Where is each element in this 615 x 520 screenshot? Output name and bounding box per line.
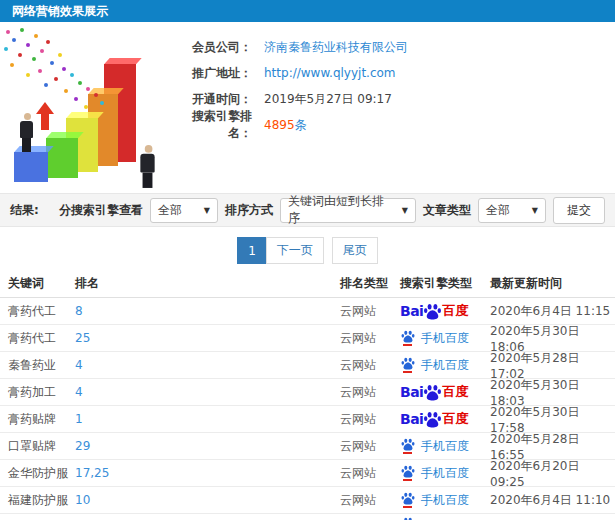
engine-select[interactable]: 全部 ▼ <box>150 198 218 223</box>
result-label: 结果: <box>10 202 39 219</box>
pagination: 1 下一页 尾页 <box>0 237 615 264</box>
rank-cell: 29 <box>75 439 340 453</box>
engine-cell: Bai百度 百度 <box>400 302 490 320</box>
keyword-cell: 口罩贴牌 <box>8 438 75 455</box>
table-row: 膏药贴牌 1 云网站 Bai百度 百度 2020年5月30日 17:58 <box>0 406 615 433</box>
promo-url-link[interactable]: http://www.qlyyjt.com <box>264 66 396 80</box>
open-time-label: 开通时间： <box>172 91 252 108</box>
column-header-updated: 最新更新时间 <box>490 275 615 292</box>
mobile-baidu-icon: 手机百度 <box>400 330 469 347</box>
keyword-cell: 膏药加工 <box>8 384 75 401</box>
member-company-label: 会员公司： <box>172 39 252 56</box>
keyword-ranking-table: 关键词 排名 排名类型 搜索引擎类型 最新更新时间 膏药代工 8 云网站 Bai… <box>0 270 615 520</box>
rank-cell: 10 <box>75 493 340 507</box>
column-header-rank-type: 排名类型 <box>340 275 400 292</box>
promo-url-label: 推广地址： <box>172 65 252 82</box>
page: 网络营销效果展示 会员公司： 济南秦鲁药业科技有限公司 推广地址： http:/… <box>0 0 615 520</box>
engine-select-value: 全部 <box>158 202 182 219</box>
up-arrow-icon <box>36 102 54 130</box>
chevron-down-icon: ▼ <box>204 206 210 215</box>
account-info-panel: 会员公司： 济南秦鲁药业科技有限公司 推广地址： http://www.qlyy… <box>172 34 608 138</box>
rank-cell: 8 <box>75 304 340 318</box>
bar-chart-illustration <box>0 26 170 188</box>
baidu-logo-icon: Bai百度 <box>400 383 468 401</box>
businessman-figure-right <box>140 145 154 188</box>
table-row: 膏药加工 4 云网站 Bai百度 百度 2020年5月30日 18:03 <box>0 379 615 406</box>
article-type-label: 文章类型 <box>423 202 471 219</box>
table-row: 福建防护服 10 云网站 Bai百度 手机百度 2020年6月4日 11:10 <box>0 487 615 514</box>
filter-controls: 分搜索引擎查看 全部 ▼ 排序方式 关键词由短到长排序 ▼ 文章类型 全部 ▼ … <box>59 197 605 224</box>
rank-type-cell: 云网站 <box>340 303 400 320</box>
illustration-bar-green <box>46 138 78 178</box>
keyword-cell: 秦鲁药业 <box>8 357 75 374</box>
chevron-down-icon: ▼ <box>402 206 408 215</box>
page-title: 网络营销效果展示 <box>0 0 615 22</box>
engine-cell: Bai百度 手机百度 <box>400 492 490 509</box>
engine-rank-count: 4895 <box>264 118 295 132</box>
chevron-down-icon: ▼ <box>532 206 538 215</box>
column-header-engine-type: 搜索引擎类型 <box>400 275 490 292</box>
baidu-logo-icon: Bai百度 <box>400 302 468 320</box>
engine-cell <box>400 514 490 520</box>
article-type-select-value: 全部 <box>486 202 510 219</box>
businessman-figure-left <box>20 113 33 152</box>
article-type-select[interactable]: 全部 ▼ <box>478 198 546 223</box>
sort-filter-label: 排序方式 <box>225 202 273 219</box>
filter-bar: 结果: 分搜索引擎查看 全部 ▼ 排序方式 关键词由短到长排序 ▼ 文章类型 全… <box>0 193 615 227</box>
engine-cell: Bai百度 手机百度 <box>400 438 490 455</box>
rank-cell: 17,25 <box>75 466 340 480</box>
column-header-rank: 排名 <box>75 275 340 292</box>
updated-cell: 2020年6月4日 11:15 <box>490 303 615 320</box>
rank-type-cell: 云网站 <box>340 492 400 509</box>
column-header-keyword: 关键词 <box>8 275 75 292</box>
rank-type-cell: 云网站 <box>340 465 400 482</box>
rank-cell: 4 <box>75 358 340 372</box>
keyword-cell: 膏药贴牌 <box>8 411 75 428</box>
table-row: 金华防护服 17,25 云网站 Bai百度 手机百度 2020年6月20日 09… <box>0 460 615 487</box>
keyword-cell: 膏药代工 <box>8 330 75 347</box>
mobile-baidu-icon: 手机百度 <box>400 438 469 455</box>
rank-type-cell: 云网站 <box>340 357 400 374</box>
baidu-logo-icon: Bai百度 <box>400 410 468 428</box>
table-row: 秦鲁药业 4 云网站 Bai百度 手机百度 2020年5月28日 17:02 <box>0 352 615 379</box>
page-1-button[interactable]: 1 <box>237 237 267 264</box>
promo-url-row: 推广地址： http://www.qlyyjt.com <box>172 60 608 86</box>
engine-rank-label: 搜索引擎排名： <box>172 108 252 142</box>
engine-filter-label: 分搜索引擎查看 <box>59 202 143 219</box>
baidu-paw-icon <box>424 384 441 401</box>
table-row: 膏药代工 8 云网站 Bai百度 百度 2020年6月4日 11:15 <box>0 298 615 325</box>
engine-cell: Bai百度 手机百度 <box>400 465 490 482</box>
keyword-cell: 金华防护服 <box>8 465 75 482</box>
updated-cell: 2020年6月20日 09:25 <box>490 458 615 489</box>
engine-cell: Bai百度 百度 <box>400 383 490 401</box>
rank-type-cell: 云网站 <box>340 330 400 347</box>
baidu-paw-icon <box>424 303 441 320</box>
updated-cell: 2020年6月4日 11:10 <box>490 492 615 509</box>
confetti-decoration <box>6 30 10 34</box>
member-company-row: 会员公司： 济南秦鲁药业科技有限公司 <box>172 34 608 60</box>
rank-type-cell: 云网站 <box>340 384 400 401</box>
sort-select[interactable]: 关键词由短到长排序 ▼ <box>280 198 416 223</box>
rank-cell: 25 <box>75 331 340 345</box>
sort-select-value: 关键词由短到长排序 <box>288 193 396 227</box>
open-time-value: 2019年5月27日 09:17 <box>264 91 392 108</box>
mobile-baidu-icon: 手机百度 <box>400 492 469 509</box>
rank-cell: 1 <box>75 412 340 426</box>
rank-type-cell: 云网站 <box>340 438 400 455</box>
mobile-baidu-icon: 手机百度 <box>400 357 469 374</box>
top-section: 会员公司： 济南秦鲁药业科技有限公司 推广地址： http://www.qlyy… <box>0 22 615 192</box>
last-page-button[interactable]: 尾页 <box>332 237 378 264</box>
next-page-button[interactable]: 下一页 <box>266 237 324 264</box>
engine-cell: Bai百度 手机百度 <box>400 330 490 347</box>
engine-cell: Bai百度 手机百度 <box>400 357 490 374</box>
engine-rank-unit: 条 <box>295 117 307 134</box>
table-row: 膏药代工 25 云网站 Bai百度 手机百度 2020年5月30日 18:06 <box>0 325 615 352</box>
engine-rank-row: 搜索引擎排名： 4895 条 <box>172 112 608 138</box>
rank-cell: 4 <box>75 385 340 399</box>
mobile-baidu-icon: 手机百度 <box>400 465 469 482</box>
member-company-link[interactable]: 济南秦鲁药业科技有限公司 <box>264 39 408 56</box>
table-row: 口罩贴牌 29 云网站 Bai百度 手机百度 2020年5月28日 16:55 <box>0 433 615 460</box>
engine-cell: Bai百度 百度 <box>400 410 490 428</box>
keyword-cell: 膏药代工 <box>8 303 75 320</box>
submit-button[interactable]: 提交 <box>553 197 605 224</box>
